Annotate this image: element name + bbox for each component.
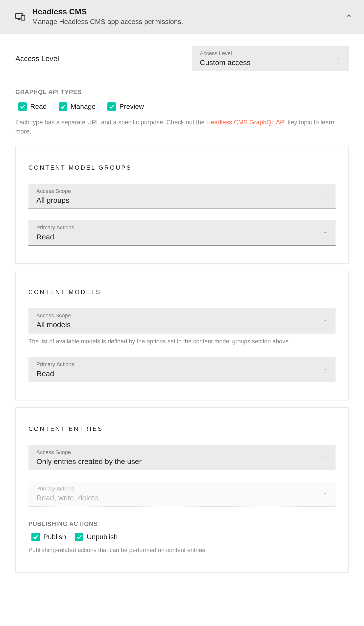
select-label: Primary Actions	[36, 361, 328, 368]
select-value: Custom access	[200, 58, 341, 67]
checkbox-manage[interactable]: Manage	[59, 102, 95, 111]
chevron-down-icon	[323, 490, 328, 498]
content-models-card: Content Models Access Scope All models T…	[15, 271, 349, 400]
access-level-select[interactable]: Access Level Custom access	[192, 46, 349, 71]
groups-actions-select[interactable]: Primary Actions Read	[29, 220, 335, 245]
checkbox-unpublish[interactable]: Unpublish	[75, 533, 118, 541]
select-label: Primary Actions	[36, 224, 328, 231]
select-label: Access Scope	[36, 188, 328, 195]
publishing-help: Publishing-related actions that can be p…	[29, 546, 335, 554]
card-heading: Content Entries	[29, 426, 335, 432]
check-icon	[31, 533, 40, 541]
entries-scope-select[interactable]: Access Scope Only entries created by the…	[29, 445, 335, 470]
checkbox-label: Read	[30, 103, 47, 111]
models-help: The list of available models is defined …	[29, 337, 335, 346]
card-heading: Content Model Groups	[29, 164, 335, 171]
svg-rect-1	[21, 16, 25, 20]
select-value: Read, write, delete	[36, 493, 328, 503]
header-title: Headless CMS	[32, 7, 338, 16]
checkbox-preview[interactable]: Preview	[107, 102, 144, 111]
chevron-down-icon	[323, 229, 328, 237]
select-value: All groups	[36, 196, 328, 205]
graphql-api-link[interactable]: Headless CMS GraphQL API	[206, 119, 286, 126]
check-icon	[18, 102, 27, 111]
access-level-label: Access Level	[15, 54, 182, 63]
publishing-heading: Publishing Actions	[29, 520, 335, 527]
card-heading: Content Models	[29, 289, 335, 296]
checkbox-label: Publish	[43, 533, 66, 541]
devices-icon	[15, 13, 25, 21]
checkbox-label: Unpublish	[87, 533, 118, 541]
check-icon	[107, 102, 116, 111]
header-subtitle: Manage Headless CMS app access permissio…	[32, 17, 338, 27]
collapse-icon[interactable]	[345, 12, 352, 21]
access-level-section: Access Level Access Level Custom access	[0, 39, 364, 79]
select-label: Access Level	[200, 50, 341, 57]
select-label: Primary Actions	[36, 485, 328, 492]
check-icon	[59, 102, 67, 111]
chevron-down-icon	[323, 316, 328, 324]
graphql-help: Each type has a separate URL and a speci…	[15, 118, 349, 136]
checkbox-read[interactable]: Read	[18, 102, 47, 111]
graphql-section: GraphQL API Types Read Manage Preview Ea…	[0, 79, 364, 146]
select-label: Access Scope	[36, 449, 328, 456]
chevron-down-icon	[323, 453, 328, 461]
select-value: Read	[36, 232, 328, 242]
app-header: Headless CMS Manage Headless CMS app acc…	[0, 0, 364, 34]
checkbox-label: Preview	[119, 103, 144, 111]
select-value: Read	[36, 369, 328, 378]
checkbox-label: Manage	[71, 103, 95, 111]
content-entries-card: Content Entries Access Scope Only entrie…	[15, 407, 349, 573]
chevron-down-icon	[323, 193, 328, 200]
check-icon	[75, 533, 83, 541]
entries-actions-select[interactable]: Primary Actions Read, write, delete	[29, 482, 335, 507]
select-value: Only entries created by the user	[36, 457, 328, 466]
chevron-down-icon	[323, 366, 328, 373]
groups-scope-select[interactable]: Access Scope All groups	[29, 184, 335, 209]
chevron-down-icon	[336, 54, 341, 62]
models-scope-select[interactable]: Access Scope All models	[29, 309, 335, 333]
select-value: All models	[36, 320, 328, 329]
graphql-heading: GraphQL API Types	[15, 88, 349, 95]
content-model-groups-card: Content Model Groups Access Scope All gr…	[15, 146, 349, 264]
models-actions-select[interactable]: Primary Actions Read	[29, 357, 335, 382]
checkbox-publish[interactable]: Publish	[31, 533, 66, 541]
help-text: Each type has a separate URL and a speci…	[15, 119, 206, 126]
select-label: Access Scope	[36, 313, 328, 319]
